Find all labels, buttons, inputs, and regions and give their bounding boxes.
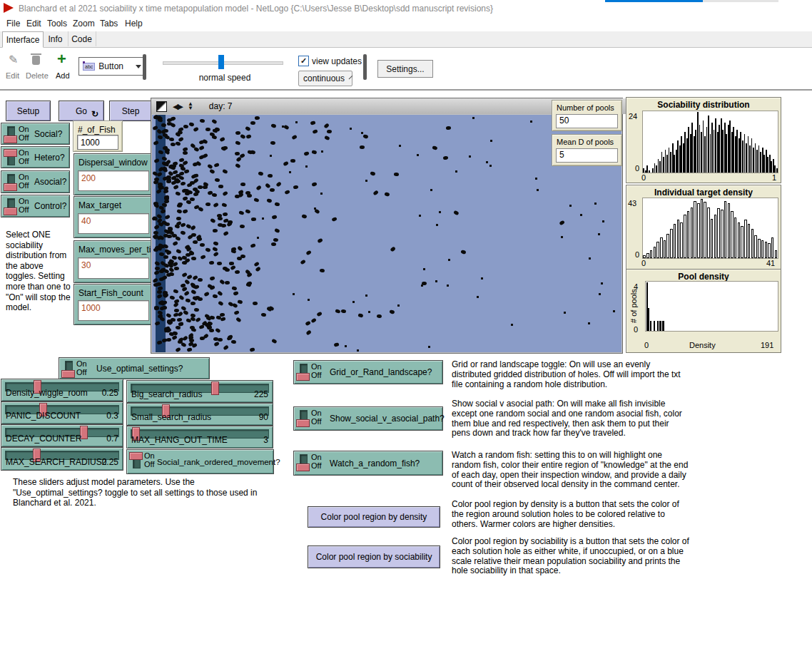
color-pool-by-density-button[interactable]: Color pool region by density bbox=[308, 506, 440, 528]
edit-tool-label[interactable]: Edit bbox=[6, 71, 19, 80]
switch-knob[interactable] bbox=[4, 183, 17, 191]
menu-tools[interactable]: Tools bbox=[44, 16, 71, 31]
switch-knob[interactable] bbox=[296, 373, 310, 381]
settings-button[interactable]: Settings... bbox=[377, 60, 433, 78]
menu-zoom[interactable]: Zoom bbox=[69, 16, 98, 31]
switch-knob[interactable] bbox=[129, 452, 143, 460]
input-field[interactable]: 1000 bbox=[78, 300, 149, 321]
slider-max-hang-out-time[interactable]: MAX_HANG_OUT_TIME 3 bbox=[126, 426, 273, 449]
switch-knob[interactable] bbox=[296, 419, 310, 427]
add-plus-icon[interactable]: + bbox=[57, 53, 66, 66]
update-mode-dropdown[interactable]: continuous bbox=[298, 71, 352, 86]
switch-social-rank-ordered-movement[interactable]: On Off Social_rank_ordered_movement? bbox=[126, 449, 274, 474]
edit-pencil-icon[interactable]: ✎ bbox=[9, 53, 18, 66]
menu-edit[interactable]: Edit bbox=[23, 16, 45, 31]
switch-knob[interactable] bbox=[4, 207, 17, 215]
view-2d-3d-icon[interactable] bbox=[156, 101, 167, 112]
switch-knob[interactable] bbox=[296, 463, 310, 471]
menu-file[interactable]: File bbox=[3, 16, 24, 31]
fish-marker bbox=[157, 290, 162, 294]
hist-bar bbox=[694, 201, 696, 258]
slider-label: Small_search_radius bbox=[131, 412, 211, 422]
slider-max-search-radius2[interactable]: MAX_SEARCH_RADIUS2 0.25 bbox=[1, 447, 123, 471]
switch-hetero[interactable]: On Off Hetero? bbox=[1, 146, 70, 168]
fish-marker bbox=[234, 270, 240, 275]
hist-bar bbox=[773, 159, 774, 173]
fish-marker bbox=[250, 347, 255, 352]
switch-off-label: Off bbox=[19, 205, 29, 214]
slider-panic-discount[interactable]: PANIC_DISCOUNT 0.3 bbox=[1, 401, 123, 424]
fish-marker bbox=[256, 185, 262, 190]
switch-knob[interactable] bbox=[4, 135, 17, 143]
fish-marker bbox=[198, 278, 203, 282]
vertical-resize-icon[interactable]: ▲▼ bbox=[188, 102, 193, 111]
fish-marker bbox=[184, 291, 190, 297]
slider-value: 0.25 bbox=[102, 457, 118, 467]
hist-bar bbox=[670, 229, 673, 258]
widget-chooser[interactable]: abc Button bbox=[78, 57, 146, 76]
slider-density-wiggle-room[interactable]: Density_wiggle_room 0.25 bbox=[1, 379, 123, 401]
switch-knob[interactable] bbox=[61, 370, 75, 378]
fish-dot-marker bbox=[530, 121, 532, 123]
hist-bar bbox=[670, 152, 671, 173]
slider-big-search-radius[interactable]: Big_search_radius 225 bbox=[126, 380, 273, 403]
y-axis-label: # of pools bbox=[629, 289, 638, 323]
color-pool-by-sociability-button[interactable]: Color pool region by sociability bbox=[308, 545, 440, 568]
switch-watch-a-random-fish[interactable]: On Off Watch_a_random_fish? bbox=[293, 451, 443, 476]
horizontal-resize-icon[interactable]: ◀▶ bbox=[173, 102, 182, 111]
menu-help[interactable]: Help bbox=[121, 16, 146, 31]
speed-slider-handle[interactable] bbox=[218, 55, 224, 69]
tab-interface[interactable]: Interface bbox=[2, 31, 44, 48]
fish-marker bbox=[265, 183, 270, 189]
fish-dot-marker bbox=[599, 293, 601, 295]
switch-on-label: On bbox=[19, 125, 29, 133]
fish-marker bbox=[174, 267, 179, 270]
tab-code[interactable]: Code bbox=[68, 31, 96, 46]
menu-tabs[interactable]: Tabs bbox=[96, 16, 121, 31]
input-field[interactable]: 200 bbox=[78, 170, 149, 191]
fish-marker bbox=[313, 128, 318, 133]
fish-dot-marker bbox=[589, 257, 591, 260]
fish-marker bbox=[195, 317, 201, 322]
add-tool-label[interactable]: Add bbox=[56, 71, 70, 80]
switch-grid-or-rand-landscape[interactable]: On Off Grid_or_Rand_landscape? bbox=[293, 360, 443, 384]
input-field[interactable]: 30 bbox=[78, 257, 149, 279]
switch-asocial[interactable]: On Off Asocial? bbox=[1, 170, 70, 193]
tab-info[interactable]: Info bbox=[43, 31, 68, 46]
slider-label: MAX_SEARCH_RADIUS2 bbox=[6, 457, 106, 467]
fish-dot-marker bbox=[270, 155, 272, 157]
step-button[interactable]: Step bbox=[109, 101, 152, 121]
fish-marker bbox=[193, 173, 198, 178]
fish-marker bbox=[213, 229, 218, 232]
fish-dot-marker bbox=[588, 322, 590, 324]
delete-tool-label[interactable]: Delete bbox=[26, 71, 49, 80]
switch-knob[interactable] bbox=[4, 149, 17, 157]
switch-use-optimal-settings[interactable]: On Off Use_optimal_settings? bbox=[59, 357, 210, 379]
hist-bar bbox=[707, 207, 710, 259]
fish-marker bbox=[207, 164, 213, 170]
hist-bar bbox=[646, 253, 649, 258]
hist-bar bbox=[744, 220, 747, 258]
hist-bar bbox=[706, 127, 708, 173]
slider-handle[interactable] bbox=[211, 381, 219, 395]
go-button[interactable]: Go ↻ bbox=[59, 101, 104, 121]
switch-social[interactable]: On Off Social? bbox=[1, 123, 70, 145]
input-field[interactable]: 40 bbox=[78, 213, 149, 234]
switch-control[interactable]: On Off Control? bbox=[1, 195, 70, 217]
fish-marker bbox=[453, 210, 459, 215]
fish-marker bbox=[211, 118, 217, 124]
netlogo-app-icon bbox=[4, 3, 14, 13]
switch-show-social-v-asocial-path[interactable]: On Off Show_social_v_asocial_path? bbox=[293, 406, 443, 431]
slider-small-search-radius[interactable]: Small_search_radius 90 bbox=[126, 403, 273, 426]
slider-decay-counter[interactable]: DECAY_COUNTER 0.7 bbox=[1, 424, 123, 447]
fish-marker bbox=[268, 174, 273, 178]
view-updates-label[interactable]: view updates bbox=[312, 56, 362, 66]
setup-button[interactable]: Setup bbox=[6, 101, 51, 121]
fish-marker bbox=[213, 241, 218, 245]
view-updates-checkbox[interactable]: ✓ bbox=[298, 56, 309, 66]
fish-marker bbox=[270, 123, 276, 128]
fish-dot-marker bbox=[314, 207, 316, 210]
hist-bar bbox=[665, 150, 666, 173]
input-field[interactable]: 1000 bbox=[77, 135, 118, 150]
delete-trash-icon[interactable] bbox=[32, 56, 40, 65]
